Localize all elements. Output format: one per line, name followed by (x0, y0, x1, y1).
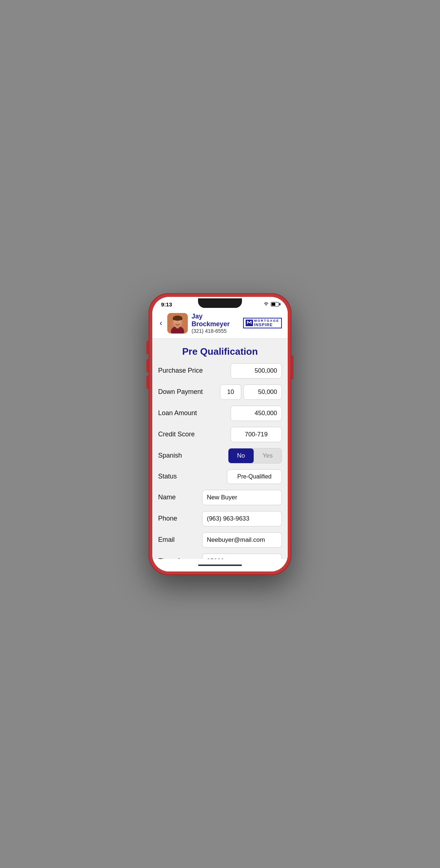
spanish-label: Spanish (158, 452, 198, 459)
name-row: Name New Buyer (158, 490, 282, 505)
notch (198, 298, 242, 308)
phone-screen: 9:13 ‹ (152, 297, 288, 571)
status-icons (263, 301, 279, 307)
down-payment-amount-input[interactable]: 50,000 (243, 384, 282, 400)
avatar (167, 313, 188, 334)
down-payment-row: Down Payment 10 50,000 (158, 384, 282, 400)
spanish-toggle[interactable]: No Yes (228, 448, 282, 463)
motto-mortgage-label: MORTGAGE (254, 319, 279, 323)
phone-input[interactable]: (963) 963-9633 (202, 511, 282, 526)
status-row: Status Pre-Qualified (158, 469, 282, 484)
agent-info: Jay Brockmeyer (321) 418-6555 (191, 313, 239, 334)
email-input[interactable]: Neebuyer@mail.com (202, 532, 282, 548)
status-time: 9:13 (161, 301, 172, 308)
email-label: Email (158, 536, 198, 544)
spanish-yes-button[interactable]: Yes (254, 448, 281, 463)
status-label: Status (158, 473, 198, 480)
purchase-price-label: Purchase Price (158, 367, 203, 375)
motto-inspire-label: INSPIRE (254, 323, 279, 327)
motto-text: MORTGAGE INSPIRE (254, 319, 279, 327)
purchase-price-input[interactable]: 500,000 (231, 363, 282, 379)
credit-score-label: Credit Score (158, 431, 198, 438)
svg-rect-5 (173, 318, 182, 320)
content-scroll[interactable]: ‹ (152, 309, 288, 559)
page-title: Pre Qualification (152, 339, 288, 363)
purchase-price-row: Purchase Price 500,000 (158, 363, 282, 379)
name-input[interactable]: New Buyer (202, 490, 282, 505)
loan-amount-input[interactable]: 450,000 (231, 406, 282, 421)
phone-row: Phone (963) 963-9633 (158, 511, 282, 526)
home-bar (198, 565, 242, 566)
motto-m-icon (246, 320, 253, 326)
down-payment-percent-input[interactable]: 10 (220, 384, 241, 400)
status-input[interactable]: Pre-Qualified (227, 469, 282, 484)
spanish-no-button[interactable]: No (228, 448, 254, 463)
wifi-icon (263, 301, 269, 307)
spanish-row: Spanish No Yes (158, 448, 282, 463)
phone-frame: 9:13 ‹ (149, 293, 291, 575)
loan-amount-row: Loan Amount 450,000 (158, 406, 282, 421)
zip-input[interactable]: 85222 (202, 554, 282, 559)
agent-phone: (321) 418-6555 (191, 328, 239, 334)
svg-point-9 (179, 321, 180, 322)
zip-row: Zip code 85222 (158, 554, 282, 559)
home-indicator (152, 559, 288, 571)
svg-point-8 (175, 321, 176, 322)
credit-score-row: Credit Score 700-719 (158, 427, 282, 442)
battery-icon (271, 302, 279, 306)
name-label: Name (158, 493, 198, 501)
email-row: Email Neebuyer@mail.com (158, 532, 282, 548)
down-payment-inputs: 10 50,000 (206, 384, 282, 400)
agent-name: Jay Brockmeyer (191, 313, 239, 328)
loan-amount-label: Loan Amount (158, 409, 198, 417)
motto-box: MORTGAGE INSPIRE (243, 318, 282, 329)
phone-label: Phone (158, 515, 198, 522)
back-button[interactable]: ‹ (158, 319, 164, 327)
form-container: Purchase Price 500,000 Down Payment 10 5… (152, 363, 288, 559)
credit-score-input[interactable]: 700-719 (231, 427, 282, 442)
motto-logo: MORTGAGE INSPIRE (243, 318, 282, 329)
agent-header: ‹ (152, 309, 288, 339)
down-payment-label: Down Payment (158, 388, 203, 396)
